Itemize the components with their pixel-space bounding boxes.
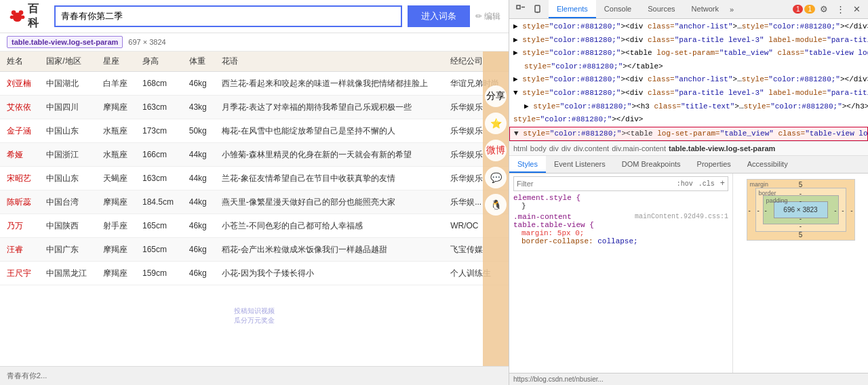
- cell-weight: 44kg: [182, 190, 215, 214]
- tab-more[interactable]: »: [727, 5, 736, 14]
- filter-input[interactable]: [514, 180, 674, 188]
- table-row: 刘亚楠 中国湖北 白羊座 168cm 46kg 西兰花-看起来和咬起来的味道一样…: [0, 72, 509, 96]
- cell-weight: 50kg: [182, 119, 215, 143]
- tab-console[interactable]: Console: [596, 0, 639, 18]
- cell-weight: 46kg: [182, 72, 215, 96]
- cell-name[interactable]: 宋昭艺: [0, 167, 39, 190]
- cell-country: 中国陕西: [39, 214, 96, 238]
- weibo-button[interactable]: 微博: [485, 140, 507, 161]
- cell-name[interactable]: 汪睿: [0, 238, 39, 262]
- element-size: 697 × 3824: [128, 38, 165, 46]
- table-row: 汪睿 中国广东 摩羯座 165cm 46kg 稻花-会产出米粒做成米饭像我们一样…: [0, 238, 509, 262]
- vertical-dots-icon[interactable]: ⋮: [833, 2, 848, 17]
- share-button[interactable]: 分享: [485, 85, 507, 107]
- rule-selector: element.style {: [513, 194, 580, 202]
- tab-network[interactable]: Network: [684, 0, 727, 18]
- inspect-icon[interactable]: [513, 2, 528, 17]
- cell-flower: 小雏菊-森林里精灵的化身在新的一天就会有新的希望: [215, 143, 443, 167]
- rule-source: mainContent.92d49.css:1: [635, 213, 728, 220]
- dom-line[interactable]: style="color:#881280;"></div>: [509, 113, 868, 127]
- panel-tab-dom-breakpoints[interactable]: DOM Breakpoints: [614, 156, 689, 173]
- table-row: 艾依依 中国四川 摩羯座 163cm 43kg 月季花-表达了对幸福的期待我希望…: [0, 96, 509, 119]
- cell-weight: 44kg: [182, 167, 215, 190]
- cell-name[interactable]: 乃万: [0, 214, 39, 238]
- dom-line[interactable]: ▼ style="color:#881280;"><div class="par…: [509, 87, 868, 100]
- search-button[interactable]: 进入词条: [408, 5, 470, 27]
- cell-flower: 兰花-象征友情希望自己在节目中收获真挚的友情: [215, 167, 443, 190]
- cell-flower: 月季花-表达了对幸福的期待我希望自己乐观积极一些: [215, 96, 443, 119]
- panel-tabs: Styles Event Listeners DOM Breakpoints P…: [509, 156, 868, 174]
- cell-height: 163cm: [136, 96, 182, 119]
- table-row: 金子涵 中国山东 水瓶座 173cm 50kg 梅花-在风雪中也能绽放希望自己是…: [0, 119, 509, 143]
- col-star: 星座: [96, 52, 136, 72]
- cell-name[interactable]: 王尺宇: [0, 262, 39, 285]
- box-model: margin 5 5 - - border - - - - padding: [732, 174, 868, 373]
- dom-line[interactable]: style="color:#881280;"></table>: [509, 60, 868, 74]
- cell-name[interactable]: 艾依依: [0, 96, 39, 119]
- tab-sources[interactable]: Sources: [639, 0, 683, 18]
- cell-name[interactable]: 刘亚楠: [0, 72, 39, 96]
- filter-hov[interactable]: :hov: [674, 180, 696, 188]
- table-area: 姓名 国家/地区 星座 身高 体重 花语 经纪公司 刘亚楠 中国湖北 白羊座 1…: [0, 52, 509, 366]
- qq-button[interactable]: 🐧: [485, 194, 507, 216]
- breadcrumb-item[interactable]: body: [530, 144, 547, 153]
- close-icon[interactable]: ✕: [849, 2, 864, 17]
- filter-cls[interactable]: .cls: [696, 180, 717, 188]
- breadcrumb-item[interactable]: html: [513, 144, 528, 153]
- panel-tab-properties[interactable]: Properties: [689, 156, 739, 173]
- breadcrumb-item[interactable]: div: [561, 144, 571, 153]
- breadcrumb-item[interactable]: table.table-view.log-set-param: [669, 144, 775, 153]
- table-row: 王尺宇 中国黑龙江 摩羯座 159cm 46kg 小花-因为我个子矮长得小 个人…: [0, 262, 509, 285]
- cell-name[interactable]: 金子涵: [0, 119, 39, 143]
- baidu-paw-icon: [8, 7, 26, 26]
- dom-line[interactable]: ▶ style="color:#881280;"><div class="par…: [509, 34, 868, 47]
- action-buttons-panel: 分享 ⭐ 微博 💬 🐧: [483, 52, 509, 366]
- styles-pane: :hov .cls + element.style { } .main-cont…: [509, 174, 732, 373]
- cell-star: 射手座: [96, 214, 136, 238]
- tab-elements[interactable]: Elements: [549, 0, 596, 18]
- cell-height: 165cm: [136, 238, 182, 262]
- search-input[interactable]: [54, 5, 402, 27]
- style-prop-border-collapse: border-collapse: collapse;: [521, 237, 728, 245]
- cell-country: 中国黑龙江: [39, 262, 96, 285]
- data-table: 姓名 国家/地区 星座 身高 体重 花语 经纪公司 刘亚楠 中国湖北 白羊座 1…: [0, 52, 509, 285]
- breadcrumb-item[interactable]: div.main-content: [612, 144, 666, 153]
- svg-line-8: [537, 12, 538, 13]
- bottom-text: 青春有你2...: [7, 371, 47, 381]
- error-badge: 1: [793, 5, 804, 14]
- wechat-button[interactable]: 💬: [485, 167, 507, 188]
- baidu-logo: 百科: [8, 6, 49, 26]
- cell-country: 中国湖北: [39, 72, 96, 96]
- breadcrumb-item[interactable]: div.content: [574, 144, 609, 153]
- margin-left-val: -: [749, 206, 751, 214]
- panel-tab-accessibility[interactable]: Accessibility: [739, 156, 796, 173]
- panel-tab-styles[interactable]: Styles: [509, 156, 546, 173]
- table-row: 乃万 中国陕西 射手座 165cm 46kg 小苍兰-不同色彩的自己都可给人幸福…: [0, 214, 509, 238]
- cell-country: 中国山东: [39, 119, 96, 143]
- dom-line[interactable]: ▶ style="color:#881280;"><div class="anc…: [509, 73, 868, 87]
- col-flower: 花语: [215, 52, 443, 72]
- dom-line[interactable]: ▶ style="color:#881280;"><table log-set-…: [509, 47, 868, 60]
- devtools-panel: Elements Console Sources Network » 1 1 ⚙…: [509, 0, 868, 385]
- filter-plus[interactable]: +: [717, 179, 728, 188]
- dom-line[interactable]: ▶ style="color:#881280;"><h3 class="titl…: [509, 100, 868, 114]
- cell-height: 173cm: [136, 119, 182, 143]
- cell-name[interactable]: 希娅: [0, 143, 39, 167]
- dom-tree[interactable]: ▶ style="color:#881280;"><div class="anc…: [509, 19, 868, 141]
- cell-name[interactable]: 陈昕蕊: [0, 190, 39, 214]
- cell-star: 摩羯座: [96, 190, 136, 214]
- panel-tab-event-listeners[interactable]: Event Listeners: [546, 156, 614, 173]
- star-button[interactable]: ⭐: [485, 113, 507, 134]
- dom-line[interactable]: ▶ style="color:#881280;"><div class="anc…: [509, 20, 868, 34]
- device-icon[interactable]: [531, 2, 546, 17]
- settings-icon[interactable]: ⚙: [816, 2, 831, 17]
- edit-link[interactable]: ✏ 编辑: [475, 11, 500, 22]
- dom-line[interactable]: ▼ style="color:#881280;"><table log-set-…: [509, 127, 868, 141]
- status-url: https://blog.csdn.net/nbusier...: [513, 376, 604, 383]
- table-header-row: 姓名 国家/地区 星座 身高 体重 花语 经纪公司: [0, 52, 509, 72]
- cell-weight: 46kg: [182, 214, 215, 238]
- devtools-statusbar: https://blog.csdn.net/nbusier...: [509, 373, 868, 385]
- style-rule-main: .main-content mainContent.92d49.css:1 ta…: [513, 213, 728, 245]
- col-height: 身高: [136, 52, 182, 72]
- breadcrumb-item[interactable]: div: [549, 144, 559, 153]
